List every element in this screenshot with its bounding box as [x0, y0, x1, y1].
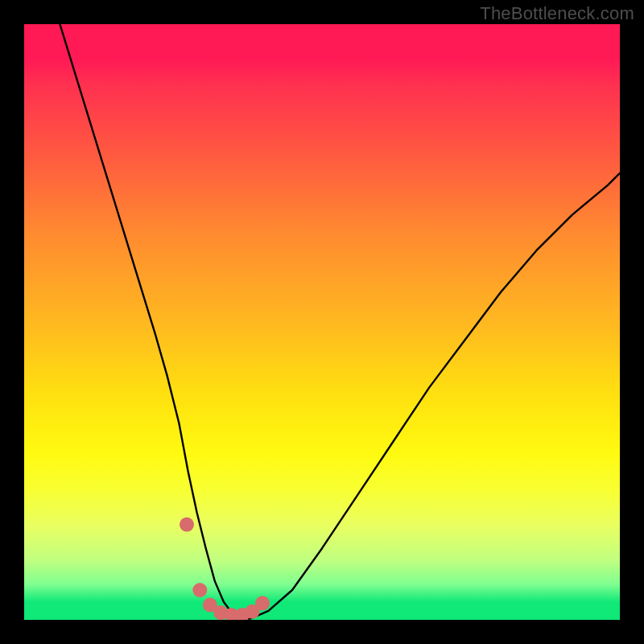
chart-frame: TheBottleneck.com: [0, 0, 644, 644]
bottleneck-curve: [60, 24, 620, 619]
highlight-dot: [192, 583, 207, 597]
curve-layer: [24, 24, 620, 620]
watermark-text: TheBottleneck.com: [480, 3, 634, 24]
plot-area: [24, 24, 620, 620]
highlight-dot: [255, 596, 270, 610]
highlight-dot: [180, 518, 194, 532]
